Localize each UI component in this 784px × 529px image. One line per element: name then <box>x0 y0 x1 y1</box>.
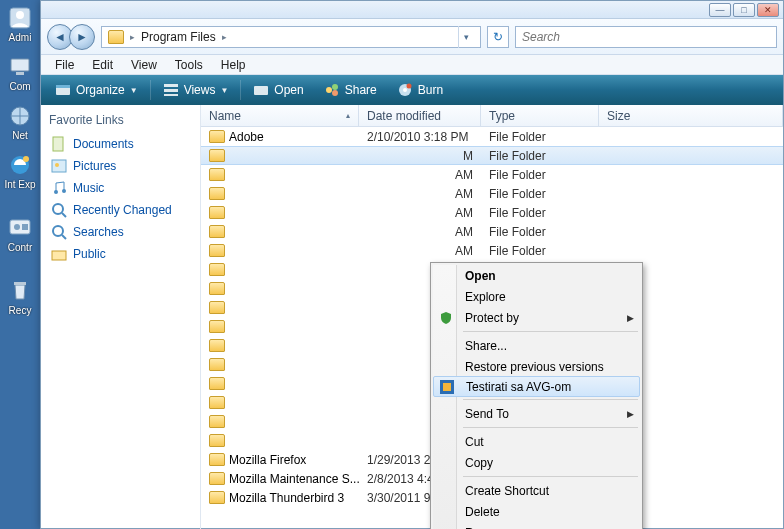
table-row[interactable]: AMFile Folder <box>201 165 783 184</box>
control-panel-icon <box>6 214 34 242</box>
refresh-button[interactable]: ↻ <box>487 26 509 48</box>
sidebar-item-pictures[interactable]: Pictures <box>49 155 192 177</box>
context-menu-item[interactable]: Protect by▶ <box>433 307 640 328</box>
svg-line-29 <box>62 213 66 217</box>
burn-button[interactable]: Burn <box>389 79 451 101</box>
context-menu-item[interactable]: Restore previous versions <box>433 356 640 377</box>
table-row[interactable]: AMFile Folder <box>201 222 783 241</box>
context-menu-separator <box>463 476 638 477</box>
views-label: Views <box>184 83 216 97</box>
file-type: File Folder <box>481 187 599 201</box>
breadcrumb-item[interactable]: Program Files <box>141 30 216 44</box>
table-row[interactable]: AMFile Folder <box>201 241 783 260</box>
col-type[interactable]: Type <box>481 105 599 126</box>
sidebar-item-public[interactable]: Public <box>49 243 192 265</box>
context-menu-item[interactable]: Create Shortcut <box>433 480 640 501</box>
col-name[interactable]: Name▴ <box>201 105 359 126</box>
table-row[interactable]: MFile Folder <box>201 146 783 165</box>
svg-rect-10 <box>14 282 26 285</box>
folder-icon <box>209 358 225 371</box>
menu-help[interactable]: Help <box>213 56 254 74</box>
menu-file[interactable]: File <box>47 56 82 74</box>
context-menu-item[interactable]: Copy <box>433 452 640 473</box>
file-name: Mozilla Maintenance S... <box>229 472 359 486</box>
menu-view[interactable]: View <box>123 56 165 74</box>
desktop-icon[interactable]: Recy <box>0 273 40 316</box>
desktop-icon-label: Admi <box>1 32 39 43</box>
file-date: AM <box>359 168 481 182</box>
svg-point-8 <box>14 224 20 230</box>
open-button[interactable]: Open <box>245 79 311 101</box>
context-menu-item[interactable]: Open <box>433 265 640 286</box>
caret-icon: ▼ <box>220 86 228 95</box>
sidebar-item-music[interactable]: Music <box>49 177 192 199</box>
breadcrumb-sep[interactable]: ▸ <box>130 32 135 42</box>
separator <box>150 80 151 100</box>
svg-rect-13 <box>164 84 178 87</box>
context-menu-item[interactable]: Share... <box>433 335 640 356</box>
svg-rect-9 <box>22 224 28 230</box>
context-menu-item[interactable]: Send To▶ <box>433 403 640 424</box>
sidebar: Favorite Links Documents Pictures Music … <box>41 105 201 529</box>
table-row[interactable]: AMFile Folder <box>201 203 783 222</box>
submenu-arrow-icon: ▶ <box>627 409 634 419</box>
table-row[interactable]: Adobe2/10/2010 3:18 PMFile Folder <box>201 127 783 146</box>
desktop-icon[interactable]: Net <box>0 98 40 141</box>
col-size[interactable]: Size <box>599 105 783 126</box>
breadcrumb-sep[interactable]: ▸ <box>222 32 227 42</box>
context-menu-separator <box>463 427 638 428</box>
breadcrumb[interactable]: ▸ Program Files ▸ ▾ <box>101 26 481 48</box>
svg-line-31 <box>62 235 66 239</box>
col-date[interactable]: Date modified <box>359 105 481 126</box>
desktop-icon[interactable]: Contr <box>0 210 40 253</box>
file-type: File Folder <box>481 130 599 144</box>
views-button[interactable]: Views ▼ <box>155 79 237 101</box>
col-label: Size <box>607 109 630 123</box>
desktop-icon-label: Contr <box>1 242 39 253</box>
context-menu-item[interactable]: Testirati sa AVG-om <box>433 376 640 397</box>
desktop-icon-label: Net <box>1 130 39 141</box>
sidebar-item-label: Recently Changed <box>73 203 172 217</box>
close-button[interactable]: ✕ <box>757 3 779 17</box>
breadcrumb-dropdown[interactable]: ▾ <box>458 26 474 48</box>
context-menu-label: Share... <box>465 339 507 353</box>
desktop-icon[interactable]: Admi <box>0 0 40 43</box>
menu-edit[interactable]: Edit <box>84 56 121 74</box>
svg-point-27 <box>62 189 66 193</box>
sidebar-item-documents[interactable]: Documents <box>49 133 192 155</box>
svg-point-28 <box>53 204 63 214</box>
table-row[interactable]: AMFile Folder <box>201 184 783 203</box>
organize-button[interactable]: Organize ▼ <box>47 79 146 101</box>
context-menu-label: Testirati sa AVG-om <box>466 380 571 394</box>
sidebar-item-recently-changed[interactable]: Recently Changed <box>49 199 192 221</box>
desktop-icon[interactable]: Int Exp <box>0 147 40 190</box>
context-menu-label: Create Shortcut <box>465 484 549 498</box>
titlebar[interactable]: — □ ✕ <box>41 1 783 19</box>
file-type: File Folder <box>481 206 599 220</box>
maximize-button[interactable]: □ <box>733 3 755 17</box>
desktop-icon-label: Com <box>1 81 39 92</box>
search-input[interactable] <box>522 30 770 44</box>
menubar: File Edit View Tools Help <box>41 55 783 75</box>
sidebar-item-searches[interactable]: Searches <box>49 221 192 243</box>
folder-icon <box>209 472 225 485</box>
menu-tools[interactable]: Tools <box>167 56 211 74</box>
context-menu-separator <box>463 331 638 332</box>
minimize-button[interactable]: — <box>709 3 731 17</box>
context-menu-item[interactable]: Rename <box>433 522 640 529</box>
desktop-icon[interactable]: Com <box>0 49 40 92</box>
share-button[interactable]: Share <box>316 79 385 101</box>
col-label: Type <box>489 109 515 123</box>
folder-icon <box>209 149 225 162</box>
forward-button[interactable]: ► <box>69 24 95 50</box>
svg-point-22 <box>406 84 411 89</box>
context-menu: OpenExploreProtect by▶Share...Restore pr… <box>430 262 643 529</box>
svg-rect-32 <box>52 251 66 260</box>
toolbar: Organize ▼ Views ▼ Open Share Burn <box>41 75 783 105</box>
network-icon <box>6 102 34 130</box>
context-menu-item[interactable]: Explore <box>433 286 640 307</box>
context-menu-item[interactable]: Delete <box>433 501 640 522</box>
search-box[interactable] <box>515 26 777 48</box>
context-menu-item[interactable]: Cut <box>433 431 640 452</box>
open-label: Open <box>274 83 303 97</box>
